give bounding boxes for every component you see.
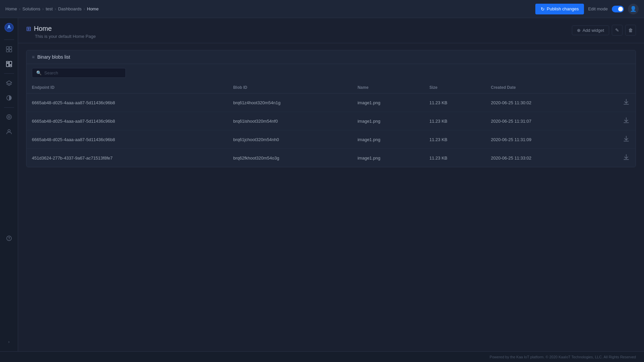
cell-created-date: 2020-06-25 11:33:02 [486,149,595,167]
data-table: Endpoint ID Blob ID Name Size Created Da… [26,82,636,167]
main-layout: ? › ⊞ Home This is your default Home Pag… [0,18,644,351]
add-widget-button[interactable]: ⊕ Add widget [572,25,609,35]
breadcrumb-dashboards[interactable]: Dashboards [58,6,82,11]
cell-endpoint-id: 6665ab48-d025-4aaa-aa87-5d11436c96b8 [26,112,228,130]
cell-name: image1.png [352,130,424,149]
col-name: Name [352,82,424,94]
publish-button[interactable]: ↻ Publish changes [535,4,584,14]
edit-mode-toggle[interactable] [612,6,624,12]
cell-endpoint-id: 451d3624-277b-4337-9a67-ac71513f8fe7 [26,149,228,167]
cell-blob-id: brq62fkhoot320m54o3g [228,149,352,167]
table-header: Endpoint ID Blob ID Name Size Created Da… [26,82,636,94]
breadcrumb-solutions[interactable]: Solutions [22,6,40,11]
sidebar-divider-3 [4,107,14,108]
cell-endpoint-id: 6665ab48-d025-4aaa-aa87-5d11436c96b8 [26,130,228,149]
cell-created-date: 2020-06-25 11:31:07 [486,112,595,130]
svg-point-13 [8,130,10,132]
download-button[interactable] [622,98,630,108]
page-title-section: ⊞ Home This is your default Home Page [26,25,96,39]
breadcrumb-sep-4: › [84,7,85,11]
publish-label: Publish changes [547,6,579,11]
topbar-actions: ↻ Publish changes Edit mode 👤 [535,4,639,14]
page-header: ⊞ Home This is your default Home Page ⊕ … [18,18,644,43]
svg-rect-8 [9,61,12,65]
cell-size: 11.23 KB [424,130,485,149]
add-widget-label: Add widget [583,28,604,33]
download-button[interactable] [622,153,630,163]
cell-blob-id: brq61ishoot320m54nf0 [228,112,352,130]
col-endpoint-id: Endpoint ID [26,82,228,94]
cell-download [595,94,636,112]
table-row: 451d3624-277b-4337-9a67-ac71513f8fe7 brq… [26,149,636,167]
trash-icon: 🗑 [628,27,633,33]
cell-name: image1.png [352,149,424,167]
table-body: 6665ab48-d025-4aaa-aa87-5d11436c96b8 brq… [26,94,636,167]
col-created-date: Created Date [486,82,595,94]
sidebar-collapse-button[interactable]: › [2,338,16,346]
svg-rect-4 [6,50,9,52]
cell-name: image1.png [352,94,424,112]
svg-text:?: ? [8,237,10,240]
sidebar-item-theme[interactable] [2,91,16,105]
footer: Powered by the Kaa IoT platform. © 2020 … [0,351,644,362]
cell-size: 11.23 KB [424,112,485,130]
widget-area: ≡ Binary blobs list 🔍 Endpoint ID [18,43,644,351]
sidebar-item-layers[interactable] [2,76,16,90]
sync-icon: ↻ [541,6,545,12]
page-header-actions: ⊕ Add widget ✎ 🗑 [572,25,636,36]
table-header-row: Endpoint ID Blob ID Name Size Created Da… [26,82,636,94]
page-title-text: Home [34,25,52,33]
download-button[interactable] [622,134,630,144]
search-icon: 🔍 [36,70,42,75]
sidebar-divider-1 [4,40,14,40]
user-icon: 👤 [630,6,637,12]
breadcrumb-home[interactable]: Home [5,6,17,11]
sidebar-item-user[interactable] [2,125,16,138]
svg-rect-9 [9,65,12,67]
list-icon: ≡ [32,54,35,60]
search-input[interactable] [44,70,121,75]
sidebar-item-widgets[interactable] [2,57,16,71]
user-avatar-button[interactable]: 👤 [628,4,639,14]
breadcrumb-sep-3: › [55,7,56,11]
sidebar-item-help[interactable]: ? [2,232,16,245]
sidebar-item-dashboard[interactable] [2,43,16,56]
edit-mode-label: Edit mode [588,6,608,11]
breadcrumb-sep-2: › [42,7,44,11]
sidebar-divider-2 [4,73,14,74]
content-area: ⊞ Home This is your default Home Page ⊕ … [18,18,644,351]
svg-rect-2 [6,47,9,49]
cell-download [595,112,636,130]
delete-widget-button[interactable]: 🗑 [625,25,636,36]
add-icon: ⊕ [577,28,581,33]
page-subtitle: This is your default Home Page [35,34,96,39]
breadcrumb-current: Home [87,6,99,11]
cell-name: image1.png [352,112,424,130]
svg-point-11 [7,115,11,119]
svg-point-12 [8,116,10,118]
cell-download [595,130,636,149]
widget-title: Binary blobs list [37,54,70,60]
edit-widget-button[interactable]: ✎ [612,25,623,36]
sidebar-item-endpoint[interactable] [2,110,16,124]
topbar: Home › Solutions › test › Dashboards › H… [0,0,644,18]
table-row: 6665ab48-d025-4aaa-aa87-5d11436c96b8 brq… [26,112,636,130]
cell-created-date: 2020-06-25 11:31:09 [486,130,595,149]
breadcrumb-test[interactable]: test [46,6,53,11]
search-container: 🔍 [26,64,636,82]
col-size: Size [424,82,485,94]
footer-text: Powered by the Kaa IoT platform. © 2020 … [490,355,636,359]
sidebar-icons: ? › [0,18,18,351]
binary-blobs-widget: ≡ Binary blobs list 🔍 Endpoint ID [26,50,636,167]
svg-point-1 [8,25,10,26]
cell-size: 11.23 KB [424,94,485,112]
cell-endpoint-id: 6665ab48-d025-4aaa-aa87-5d11436c96b8 [26,94,228,112]
table-row: 6665ab48-d025-4aaa-aa87-5d11436c96b8 brq… [26,130,636,149]
cell-download [595,149,636,167]
app-logo[interactable] [2,21,16,34]
search-wrapper: 🔍 [32,68,126,78]
table-row: 6665ab48-d025-4aaa-aa87-5d11436c96b8 brq… [26,94,636,112]
widget-header: ≡ Binary blobs list [26,50,636,64]
breadcrumb-sep-1: › [19,7,20,11]
download-button[interactable] [622,116,630,126]
